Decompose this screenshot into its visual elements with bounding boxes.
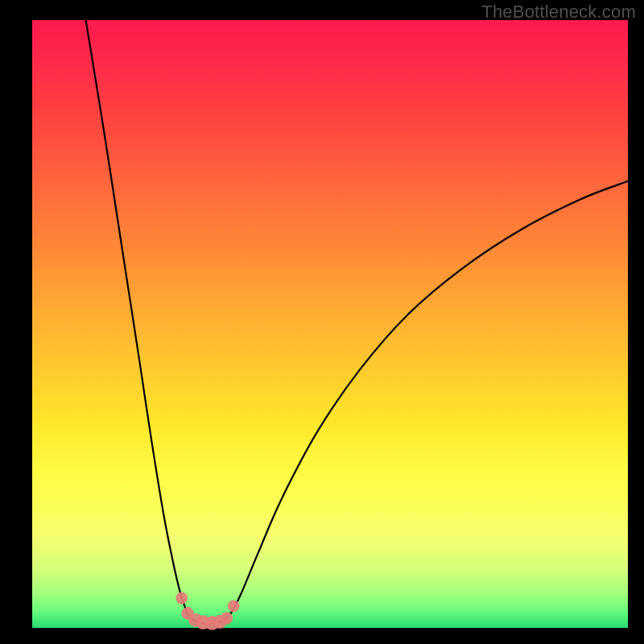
valley-marker — [228, 600, 240, 612]
plot-area — [32, 20, 628, 628]
chart-frame: TheBottleneck.com — [0, 0, 644, 644]
chart-svg — [32, 20, 628, 628]
valley-marker — [175, 592, 188, 605]
bottleneck-curve — [86, 20, 628, 624]
valley-marker — [220, 612, 233, 625]
valley-marker-group — [175, 592, 239, 630]
